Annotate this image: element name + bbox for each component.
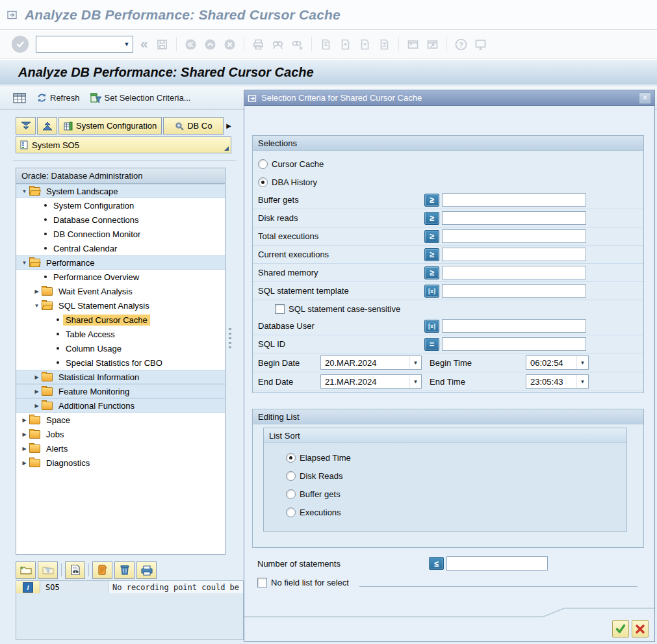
field-input[interactable] [442,248,586,261]
case-sensitive-checkbox-row[interactable]: SQL statement case-sensitive [253,300,643,317]
field-input[interactable] [442,193,586,207]
radio-option[interactable]: Disk Reads [264,467,626,485]
checkbox-icon[interactable] [275,304,285,314]
customize-layout-icon[interactable] [472,36,489,53]
display-details-button[interactable] [65,561,85,579]
enter-button[interactable] [12,36,29,53]
dropdown-icon[interactable]: ▼ [409,375,421,388]
greater-equal-icon[interactable]: ≥ [424,266,439,279]
field-input[interactable] [442,229,586,243]
end-time-combo[interactable]: 23:05:43 ▼ [526,374,589,389]
open-log-button[interactable] [16,561,36,579]
tree-item[interactable]: ▼ SQL Statement Analysis [16,298,225,313]
tree-item[interactable]: ▼ Performance [16,255,225,270]
greater-equal-icon[interactable]: ≥ [424,212,439,225]
next-page-icon[interactable] [357,36,373,53]
set-selection-criteria-button[interactable]: Set Selection Criteria... [90,92,191,103]
radio-option[interactable]: Elapsed Time [264,448,626,467]
expander-icon[interactable]: ▶ [20,431,29,437]
tree-item[interactable]: Performance Overview [16,270,225,284]
tab-system-configuration[interactable]: System Configuration [58,117,162,135]
tree-item[interactable]: Column Usage [16,341,225,355]
tab-db-connections[interactable]: DB Co [163,117,224,135]
tree-item[interactable]: Shared Cursor Cache [16,313,225,327]
tree-item[interactable]: ▶ Space [16,413,225,427]
back-icon[interactable] [183,36,199,53]
last-page-icon[interactable] [376,36,393,53]
exit-icon[interactable] [202,36,218,53]
expander-icon[interactable]: ▶ [20,417,29,423]
dropdown-icon[interactable]: ▼ [576,356,588,369]
tree-item[interactable]: DB Connection Monitor [16,227,225,241]
field-input[interactable] [442,337,586,351]
message-row[interactable]: i SO5 No recording point could be foun [16,581,243,593]
choose-layout-button[interactable] [13,93,26,103]
first-page-icon[interactable] [318,36,334,53]
command-dropdown-icon[interactable]: ▼ [121,36,133,52]
checkbox-icon[interactable] [257,578,267,587]
find-icon[interactable] [270,36,286,53]
no-field-list-checkbox-row[interactable]: No field list for select [252,575,644,589]
begin-time-combo[interactable]: 06:02:54 ▼ [526,355,589,370]
equals-icon[interactable]: = [424,338,439,351]
sort-ascending-button[interactable] [37,117,57,135]
print-icon[interactable] [250,36,266,53]
command-input[interactable] [36,36,121,52]
greater-equal-icon[interactable]: ≥ [424,230,439,243]
dropdown-icon[interactable]: ▼ [409,356,421,369]
new-session-icon[interactable]: * [405,36,421,53]
field-input[interactable] [442,284,586,298]
tree-item[interactable]: System Configuration [16,198,225,213]
expander-icon[interactable]: ▼ [32,303,41,309]
save-icon[interactable] [154,36,170,53]
tree-item[interactable]: Database Connections [16,213,225,227]
field-input[interactable] [442,211,586,225]
tree-item[interactable]: ▶ Alerts [16,441,225,456]
radio-option[interactable]: Cursor Cache [253,155,643,173]
cancel-button[interactable] [632,620,649,638]
tree-item[interactable]: ▶ Diagnostics [16,456,225,470]
tree-item[interactable]: ▶ Wait Event Analysis [16,284,225,298]
tree-item[interactable]: ▶ Feature Monitoring [16,384,225,398]
end-date-combo[interactable]: 21.MAR.2024 ▼ [320,374,422,389]
create-shortcut-icon[interactable] [424,36,441,53]
less-equal-icon[interactable]: ≤ [429,557,444,570]
filter-messages-button[interactable] [38,561,58,579]
pattern-icon[interactable]: [x] [424,285,439,298]
greater-equal-icon[interactable]: ≥ [424,194,439,207]
dialog-titlebar[interactable]: Selection Criteria for Shared Cursor Cac… [244,90,654,106]
find-next-icon[interactable] [289,36,305,53]
radio-option[interactable]: Buffer gets [264,485,626,503]
radio-option[interactable]: Executions [264,503,626,521]
tree-item[interactable]: ▶ Statistical Information [16,370,225,384]
tree-item[interactable]: Special Statistics for CBO [16,355,225,370]
log-history-button[interactable] [92,561,112,579]
system-selector[interactable]: System SO5 [16,136,231,153]
radio-option[interactable]: DBA History [253,173,643,191]
expander-icon[interactable]: ▶ [20,446,29,452]
cancel-icon[interactable] [222,36,238,53]
tree-item[interactable]: Table Access [16,327,225,341]
previous-page-icon[interactable] [337,36,354,53]
expander-icon[interactable]: ▶ [20,460,29,466]
sort-descending-button[interactable] [16,117,36,135]
expander-icon[interactable]: ▶ [32,389,41,394]
pattern-icon[interactable]: [x] [424,320,439,333]
expander-icon[interactable]: ▼ [20,260,29,266]
tab-scroll-right-icon[interactable]: ▶ [226,117,231,135]
help-icon[interactable]: ? [453,36,469,53]
tree-item[interactable]: Central Calendar [16,241,225,255]
expander-icon[interactable]: ▶ [32,403,41,409]
tree-item[interactable]: ▶ Additional Functions [16,398,225,413]
continue-button[interactable] [612,620,629,638]
collapse-toolbar-icon[interactable]: « [140,36,148,51]
greater-equal-icon[interactable]: ≥ [424,248,439,261]
expander-icon[interactable]: ▼ [20,188,29,194]
command-field[interactable]: ▼ [36,36,133,53]
number-of-statements-input[interactable] [446,556,548,571]
tree-item[interactable]: ▼ System Landscape [16,184,225,198]
expander-icon[interactable]: ▶ [32,374,41,380]
print-messages-button[interactable] [136,561,157,579]
begin-date-combo[interactable]: 20.MAR.2024 ▼ [320,355,422,370]
field-input[interactable] [442,319,586,333]
